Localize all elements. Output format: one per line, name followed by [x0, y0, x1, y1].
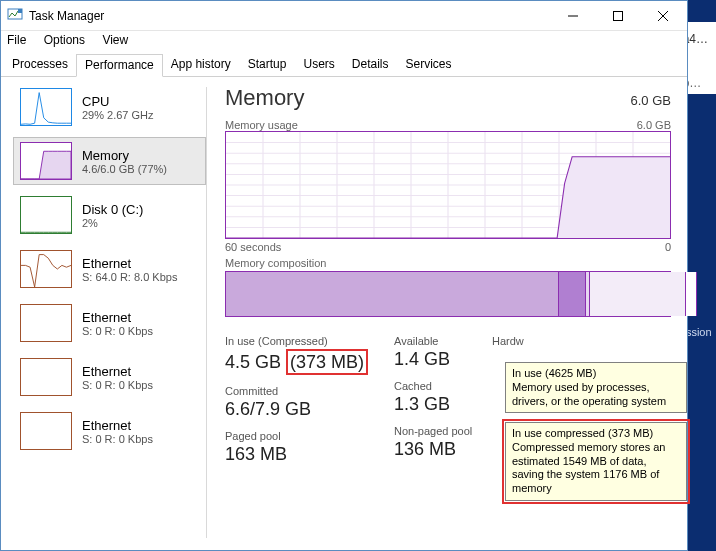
sidebar-title: Ethernet — [82, 256, 177, 271]
sidebar-item-disk0[interactable]: Disk 0 (C:)2% — [13, 191, 206, 239]
sidebar-item-eth1[interactable]: EthernetS: 64.0 R: 8.0 Kbps — [13, 245, 206, 293]
window-title: Task Manager — [29, 9, 104, 23]
window-buttons — [550, 1, 685, 30]
tooltip-body: Compressed memory stores an estimated 15… — [512, 441, 680, 496]
sidebar-item-memory[interactable]: Memory4.6/6.0 GB (77%) — [13, 137, 206, 185]
memory-usage-chart[interactable] — [225, 131, 671, 239]
sidebar-title: Memory — [82, 148, 167, 163]
tab-processes[interactable]: Processes — [3, 53, 77, 76]
svg-rect-1 — [18, 9, 22, 13]
tab-performance[interactable]: Performance — [76, 54, 163, 77]
stat-label: Non-paged pool — [394, 425, 478, 437]
stat-value: 6.6/7.9 GB — [225, 399, 380, 420]
sidebar-sub: 2% — [82, 217, 143, 229]
stat-value: 4.5 GB (373 MB) — [225, 349, 380, 375]
stat-label: Paged pool — [225, 430, 380, 442]
memory-composition-chart[interactable] — [225, 271, 671, 317]
sidebar-sub: 29% 2.67 GHz — [82, 109, 154, 121]
compressed-value-highlight: (373 MB) — [286, 349, 368, 375]
sidebar-sub: S: 0 R: 0 Kbps — [82, 325, 153, 337]
sidebar-item-eth3[interactable]: EthernetS: 0 R: 0 Kbps — [13, 353, 206, 401]
svg-rect-3 — [613, 11, 622, 20]
axis-left: 60 seconds — [225, 241, 281, 253]
tooltip-compressed: In use compressed (373 MB) Compressed me… — [505, 422, 687, 501]
tab-users[interactable]: Users — [294, 53, 343, 76]
stage: - - pression ew/a4768 le.co… Task Manage… — [0, 0, 716, 551]
stat-label: In use (Compressed) — [225, 335, 380, 347]
sidebar-title: Ethernet — [82, 418, 153, 433]
sidebar-item-cpu[interactable]: CPU29% 2.67 GHz — [13, 83, 206, 131]
sidebar-item-eth4[interactable]: EthernetS: 0 R: 0 Kbps — [13, 407, 206, 455]
tooltip-title: In use (4625 MB) — [512, 367, 680, 381]
eth-thumb — [20, 412, 72, 450]
stat-value: 136 MB — [394, 439, 478, 460]
app-icon — [7, 6, 23, 26]
svg-marker-6 — [21, 151, 71, 179]
sidebar-sub: S: 0 R: 0 Kbps — [82, 433, 153, 445]
capacity: 6.0 GB — [631, 93, 671, 108]
stat-label: Committed — [225, 385, 380, 397]
stat-value: 163 MB — [225, 444, 380, 465]
tab-services[interactable]: Services — [397, 53, 461, 76]
eth-thumb — [20, 304, 72, 342]
tooltip-title: In use compressed (373 MB) — [512, 427, 680, 441]
memory-thumb — [20, 142, 72, 180]
menu-view[interactable]: View — [102, 33, 128, 47]
stat-label: Available — [394, 335, 478, 347]
tooltip-inuse: In use (4625 MB) Memory used by processe… — [505, 362, 687, 413]
disk-thumb — [20, 196, 72, 234]
minimize-button[interactable] — [550, 1, 595, 30]
svg-marker-27 — [226, 157, 670, 238]
tabs: Processes Performance App history Startu… — [1, 49, 687, 77]
stat-label: Cached — [394, 380, 478, 392]
sidebar-title: Ethernet — [82, 310, 153, 325]
axis-right: 0 — [665, 241, 671, 253]
usage-max: 6.0 GB — [637, 119, 671, 131]
menu-options[interactable]: Options — [44, 33, 85, 47]
sidebar-sub: S: 64.0 R: 8.0 Kbps — [82, 271, 177, 283]
tooltip-body: Memory used by processes, drivers, or th… — [512, 381, 680, 409]
sidebar-item-eth2[interactable]: EthernetS: 0 R: 0 Kbps — [13, 299, 206, 347]
stat-label: Hardw — [492, 335, 532, 347]
comp-label: Memory composition — [225, 257, 326, 269]
stat-value: 1.4 GB — [394, 349, 478, 370]
sidebar-title: CPU — [82, 94, 154, 109]
tab-startup[interactable]: Startup — [239, 53, 296, 76]
sidebar-title: Disk 0 (C:) — [82, 202, 143, 217]
sidebar-title: Ethernet — [82, 364, 153, 379]
close-button[interactable] — [640, 1, 685, 30]
page-title: Memory — [225, 85, 304, 111]
cpu-thumb — [20, 88, 72, 126]
inuse-value: 4.5 GB — [225, 352, 281, 372]
eth-thumb — [20, 358, 72, 396]
menubar: File Options View — [1, 31, 687, 49]
menu-file[interactable]: File — [7, 33, 26, 47]
tab-details[interactable]: Details — [343, 53, 398, 76]
maximize-button[interactable] — [595, 1, 640, 30]
usage-label: Memory usage — [225, 119, 298, 131]
stat-value: 1.3 GB — [394, 394, 478, 415]
sidebar-sub: S: 0 R: 0 Kbps — [82, 379, 153, 391]
titlebar[interactable]: Task Manager — [1, 1, 687, 31]
tab-app-history[interactable]: App history — [162, 53, 240, 76]
eth-thumb — [20, 250, 72, 288]
sidebar[interactable]: CPU29% 2.67 GHz Memory4.6/6.0 GB (77%) D… — [1, 77, 206, 548]
sidebar-sub: 4.6/6.0 GB (77%) — [82, 163, 167, 175]
